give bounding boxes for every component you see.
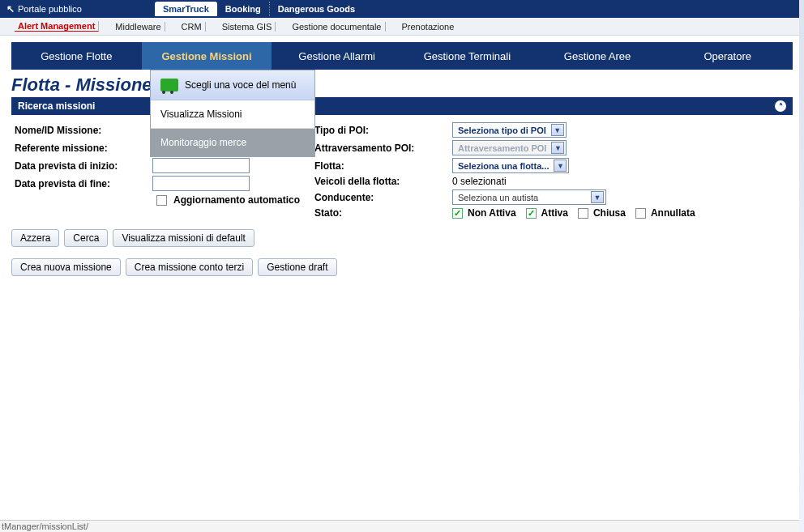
select-flotta[interactable]: Seleziona una flotta... ▼ bbox=[452, 158, 569, 173]
checkbox-attiva[interactable]: ✓ bbox=[526, 208, 537, 219]
checkbox-non-attiva[interactable]: ✓ bbox=[452, 208, 463, 219]
label-attraversamento-poi: Attraversamento POI: bbox=[314, 143, 452, 154]
status-bar: tManager/missionList/ bbox=[0, 520, 804, 532]
select-conducente[interactable]: Seleziona un autista ▼ bbox=[452, 189, 606, 205]
page-title: Flotta - Missione bbox=[11, 74, 793, 96]
label-conducente: Conducente: bbox=[314, 192, 452, 203]
nav-prenotazione[interactable]: Prenotazione bbox=[399, 22, 458, 32]
portale-pubblico-link[interactable]: ↖ Portale pubblico bbox=[6, 3, 82, 15]
panel-header: Ricerca missioni ˄ bbox=[11, 97, 793, 115]
input-data-fine[interactable] bbox=[152, 176, 250, 191]
value-veicoli-flotta: 0 selezionati bbox=[452, 176, 507, 187]
label-data-inizio: Data prevista di inizio: bbox=[15, 160, 152, 172]
chevron-down-icon: ▼ bbox=[551, 124, 564, 136]
dropdown-item-label: Visualizza Missioni bbox=[160, 109, 242, 120]
label-referente-missione: Referente missione: bbox=[15, 143, 152, 154]
nav-middleware[interactable]: Middleware bbox=[112, 22, 165, 32]
nav-gestione-missioni[interactable]: Gestione Missioni bbox=[142, 42, 272, 70]
label-non-attiva: Non Attiva bbox=[468, 207, 516, 219]
chevron-down-icon: ▼ bbox=[591, 191, 604, 203]
panel-header-label: Ricerca missioni bbox=[18, 100, 95, 112]
label-veicoli-flotta: Veicoli della flotta: bbox=[314, 176, 452, 187]
chevron-down-icon: ▼ bbox=[554, 160, 567, 172]
back-arrow-icon: ↖ bbox=[6, 3, 15, 15]
nav-operatore[interactable]: Operatore bbox=[662, 42, 793, 70]
azzera-button[interactable]: Azzera bbox=[11, 229, 59, 247]
select-attraversamento-poi: Attraversamento POI ▼ bbox=[452, 140, 567, 155]
dropdown-visualizza-missioni[interactable]: Visualizza Missioni bbox=[151, 100, 314, 129]
dropdown-item-label: Monitoraggio merce bbox=[160, 137, 246, 148]
select-flotta-value: Seleziona una flotta... bbox=[458, 161, 549, 171]
chevron-down-icon: ▼ bbox=[551, 142, 564, 154]
label-tipo-poi: Tipo di POI: bbox=[314, 125, 452, 136]
gestione-missioni-dropdown: Scegli una voce del menù Visualizza Miss… bbox=[150, 70, 315, 157]
nav-gestione-documentale[interactable]: Gestione documentale bbox=[289, 22, 385, 32]
label-annullata: Annullata bbox=[651, 207, 695, 219]
tab-smartruck[interactable]: SmarTruck bbox=[155, 2, 217, 16]
cerca-button[interactable]: Cerca bbox=[64, 229, 108, 247]
checkbox-chiusa[interactable] bbox=[578, 208, 588, 219]
visualizza-default-button[interactable]: Visualizza missioni di default bbox=[113, 229, 254, 247]
label-flotta: Flotta: bbox=[314, 160, 452, 172]
crea-nuova-missione-button[interactable]: Crea nuova missione bbox=[11, 258, 121, 276]
nav-gestione-aree[interactable]: Gestione Aree bbox=[532, 42, 663, 70]
dropdown-header-label: Scegli una voce del menù bbox=[185, 79, 296, 91]
tab-booking[interactable]: Booking bbox=[217, 2, 270, 16]
nav-gestione-flotte[interactable]: Gestione Flotte bbox=[11, 42, 142, 70]
label-data-fine: Data prevista di fine: bbox=[15, 178, 152, 189]
input-data-inizio[interactable] bbox=[152, 158, 250, 173]
main-nav: Gestione Flotte Gestione Missioni Gestio… bbox=[11, 42, 793, 70]
checkbox-annullata[interactable] bbox=[635, 208, 646, 219]
label-stato: Stato: bbox=[314, 207, 452, 219]
label-chiusa: Chiusa bbox=[593, 207, 626, 219]
checkbox-aggiornamento-automatico[interactable] bbox=[156, 195, 167, 206]
scrollbar-vertical[interactable] bbox=[799, 0, 804, 532]
nav-gestione-terminali[interactable]: Gestione Terminali bbox=[402, 42, 532, 70]
select-conducente-value: Seleziona un autista bbox=[458, 193, 538, 202]
select-tipo-poi-value: Seleziona tipo di POI bbox=[458, 126, 546, 135]
secondary-nav: Alert Management Middleware CRM Sistema … bbox=[0, 18, 804, 36]
nav-gestione-allarmi[interactable]: Gestione Allarmi bbox=[272, 42, 402, 70]
nav-alert-management[interactable]: Alert Management bbox=[15, 21, 99, 32]
dropdown-monitoraggio-merce[interactable]: Monitoraggio merce bbox=[151, 129, 314, 156]
select-tipo-poi[interactable]: Seleziona tipo di POI ▼ bbox=[452, 122, 567, 138]
nav-sistema-gis[interactable]: Sistema GIS bbox=[219, 22, 276, 32]
tab-dangerous-goods[interactable]: Dangerous Goods bbox=[270, 2, 363, 16]
collapse-icon[interactable]: ˄ bbox=[775, 100, 786, 112]
label-aggiornamento-automatico: Aggiornamento automatico bbox=[173, 194, 300, 206]
label-nome-id-missione: Nome/ID Missione: bbox=[15, 125, 152, 136]
truck-icon bbox=[160, 79, 178, 92]
portale-pubblico-label: Portale pubblico bbox=[18, 4, 82, 14]
dropdown-header: Scegli una voce del menù bbox=[151, 70, 314, 100]
label-attiva: Attiva bbox=[541, 207, 568, 219]
gestione-draft-button[interactable]: Gestione draft bbox=[258, 258, 336, 276]
nav-crm[interactable]: CRM bbox=[178, 22, 206, 32]
select-attraversamento-poi-value: Attraversamento POI bbox=[458, 143, 546, 153]
crea-missione-conto-terzi-button[interactable]: Crea missione conto terzi bbox=[126, 258, 253, 276]
